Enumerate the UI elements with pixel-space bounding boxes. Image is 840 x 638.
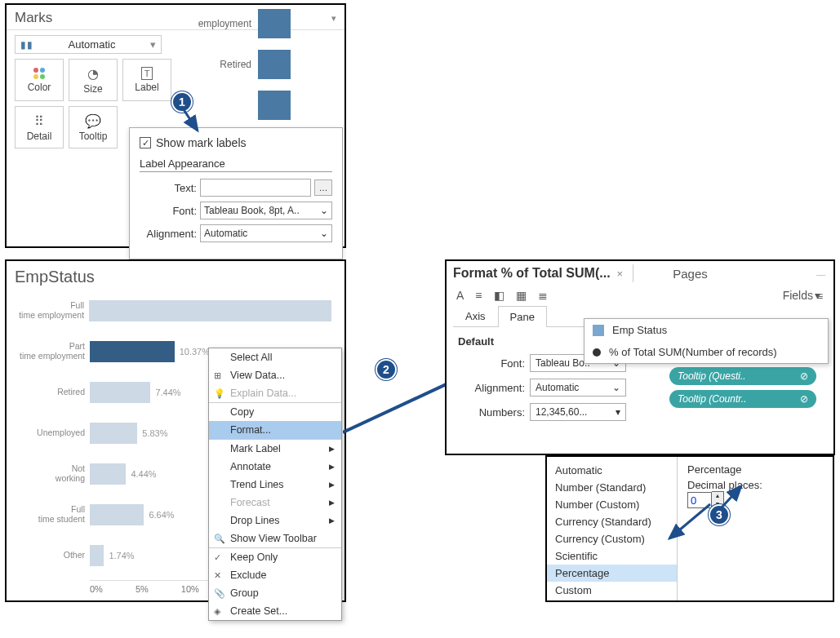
link-icon: ⊘ bbox=[800, 393, 808, 405]
context-menu-item[interactable]: Trend Lines▶ bbox=[209, 476, 341, 494]
bar bbox=[90, 545, 104, 566]
category-label: Unemployed bbox=[15, 428, 90, 438]
context-menu-item[interactable]: Mark Label▶ bbox=[209, 439, 341, 458]
axis-tick: 0% bbox=[90, 584, 103, 594]
number-format-popup: AutomaticNumber (Standard)Number (Custom… bbox=[545, 455, 834, 602]
tab-pane[interactable]: Pane bbox=[498, 306, 547, 327]
bar bbox=[90, 504, 144, 525]
number-format-option[interactable]: Custom bbox=[547, 582, 677, 599]
context-menu-item[interactable]: 🔍Show View Toolbar bbox=[209, 529, 341, 547]
fields-option-empstatus[interactable]: Emp Status bbox=[584, 319, 828, 341]
pages-shelf-label: Pages bbox=[673, 267, 708, 281]
decimal-places-spinner[interactable]: ▲▼ bbox=[687, 491, 823, 509]
rows-icon[interactable]: ≡ bbox=[816, 290, 825, 303]
axis-tick: 10% bbox=[181, 584, 199, 594]
fields-dropdown-menu: Emp Status % of Total SUM(Number of reco… bbox=[584, 318, 829, 364]
text-input[interactable] bbox=[200, 179, 311, 197]
bar bbox=[90, 382, 150, 403]
menu-item-label: Group bbox=[230, 587, 259, 599]
menu-item-label: View Data... bbox=[230, 370, 285, 381]
context-menu-item[interactable]: ⊞View Data... bbox=[209, 366, 341, 384]
category-label: Fulltime employment bbox=[15, 301, 89, 320]
font-dropdown[interactable]: Tableau Book, 8pt, A..⌄ bbox=[200, 202, 332, 219]
context-menu-item[interactable]: 📎Group bbox=[209, 584, 341, 602]
tooltip-pill-country[interactable]: Tooltip (Countr..⊘ bbox=[669, 390, 816, 408]
alignment-dropdown[interactable]: Automatic⌄ bbox=[200, 224, 332, 242]
label-options-popup: ✓ Show mark labels Label Appearance Text… bbox=[129, 127, 343, 259]
context-menu-item[interactable]: ◈Create Set... bbox=[209, 602, 341, 620]
color-button[interactable]: Color bbox=[15, 59, 64, 101]
marks-title: Marks bbox=[15, 10, 52, 26]
columns-icon[interactable]: 𝄖 bbox=[816, 269, 825, 283]
detail-button[interactable]: ⠿ Detail bbox=[15, 106, 64, 148]
borders-icon[interactable]: ▦ bbox=[516, 289, 527, 302]
decimal-places-input[interactable] bbox=[687, 492, 712, 508]
label-label: Label bbox=[135, 82, 158, 93]
fields-option-percent[interactable]: % of Total SUM(Number of records) bbox=[584, 341, 828, 363]
mini-bar bbox=[258, 9, 291, 38]
number-format-option[interactable]: Currency (Custom) bbox=[547, 530, 677, 547]
context-menu-item: Forecast▶ bbox=[209, 494, 341, 512]
menu-item-icon: ✓ bbox=[214, 552, 221, 563]
menu-item-label: Copy bbox=[230, 406, 254, 418]
text-more-button[interactable]: … bbox=[314, 179, 332, 196]
menu-item-label: Keep Only bbox=[230, 552, 278, 563]
spinner-up-icon[interactable]: ▲ bbox=[712, 492, 723, 500]
align-icon[interactable]: ≡ bbox=[475, 289, 482, 302]
chart-title: EmpStatus bbox=[15, 268, 336, 286]
number-format-option[interactable]: Percentage bbox=[547, 565, 677, 582]
font-icon[interactable]: A bbox=[456, 289, 464, 302]
context-menu: Select All⊞View Data...💡Explain Data...C… bbox=[208, 348, 342, 621]
tooltip-button[interactable]: 💬 Tooltip bbox=[69, 106, 118, 148]
chart-bar-row[interactable]: Fulltime employment bbox=[15, 295, 336, 327]
bar bbox=[89, 300, 331, 321]
menu-item-label: Trend Lines bbox=[230, 479, 284, 490]
context-menu-item[interactable]: Drop Lines▶ bbox=[209, 512, 341, 529]
menu-item-label: Format... bbox=[230, 424, 271, 436]
lines-icon[interactable]: ≣ bbox=[538, 289, 548, 302]
mark-type-dropdown[interactable]: ▮▮ Automatic ▾ bbox=[15, 35, 162, 54]
fields-dropdown[interactable]: Fields▾ bbox=[783, 289, 820, 302]
value-label: 10.37% bbox=[180, 347, 210, 357]
bar bbox=[90, 341, 175, 362]
size-button[interactable]: ◔ Size bbox=[69, 59, 118, 101]
menu-item-icon: ✕ bbox=[214, 570, 221, 581]
number-format-option[interactable]: Number (Custom) bbox=[547, 496, 677, 513]
menu-item-label: Drop Lines bbox=[230, 515, 279, 526]
chevron-down-icon: ▾ bbox=[150, 38, 156, 51]
context-menu-item[interactable]: ✕Exclude bbox=[209, 566, 341, 584]
context-menu-item[interactable]: Select All bbox=[209, 348, 341, 366]
menu-item-icon: 📎 bbox=[214, 588, 225, 599]
value-label: 5.83% bbox=[142, 428, 167, 438]
alignment-select[interactable]: Automatic⌄ bbox=[530, 379, 626, 397]
category-label: Retired bbox=[15, 388, 90, 397]
number-format-option[interactable]: Number (Standard) bbox=[547, 479, 677, 496]
value-label: 6.64% bbox=[149, 510, 174, 520]
font-label: Font: bbox=[140, 205, 197, 217]
context-menu-item[interactable]: Format... bbox=[209, 421, 341, 439]
step-badge-2: 2 bbox=[376, 359, 397, 380]
tab-axis[interactable]: Axis bbox=[453, 305, 498, 326]
bar bbox=[90, 423, 137, 444]
menu-item-label: Select All bbox=[230, 352, 272, 363]
close-icon[interactable]: × bbox=[617, 268, 624, 280]
bar-chart-icon: ▮▮ bbox=[20, 39, 33, 51]
number-format-option[interactable]: Scientific bbox=[547, 547, 677, 565]
context-menu-item[interactable]: ✓Keep Only bbox=[209, 547, 341, 566]
category-label: Other bbox=[15, 551, 90, 560]
number-format-option[interactable]: Currency (Standard) bbox=[547, 513, 677, 530]
tooltip-pill-question[interactable]: Tooltip (Questi..⊘ bbox=[669, 367, 816, 385]
category-label: Notworking bbox=[15, 464, 90, 483]
number-format-option[interactable]: Automatic bbox=[547, 462, 677, 479]
context-menu-item[interactable]: Annotate▶ bbox=[209, 458, 341, 476]
menu-item-label: Show View Toolbar bbox=[230, 533, 317, 544]
label-icon: T bbox=[141, 67, 153, 80]
numbers-select[interactable]: 12,345,60...▾ bbox=[530, 403, 626, 421]
show-mark-labels-checkbox[interactable]: ✓ Show mark labels bbox=[140, 136, 332, 149]
detail-icon: ⠿ bbox=[34, 113, 44, 129]
mark-type-value: Automatic bbox=[69, 38, 116, 51]
detail-label: Detail bbox=[27, 131, 52, 142]
label-button[interactable]: T Label bbox=[122, 59, 171, 101]
context-menu-item[interactable]: Copy bbox=[209, 402, 341, 421]
shading-icon[interactable]: ◧ bbox=[494, 289, 504, 302]
